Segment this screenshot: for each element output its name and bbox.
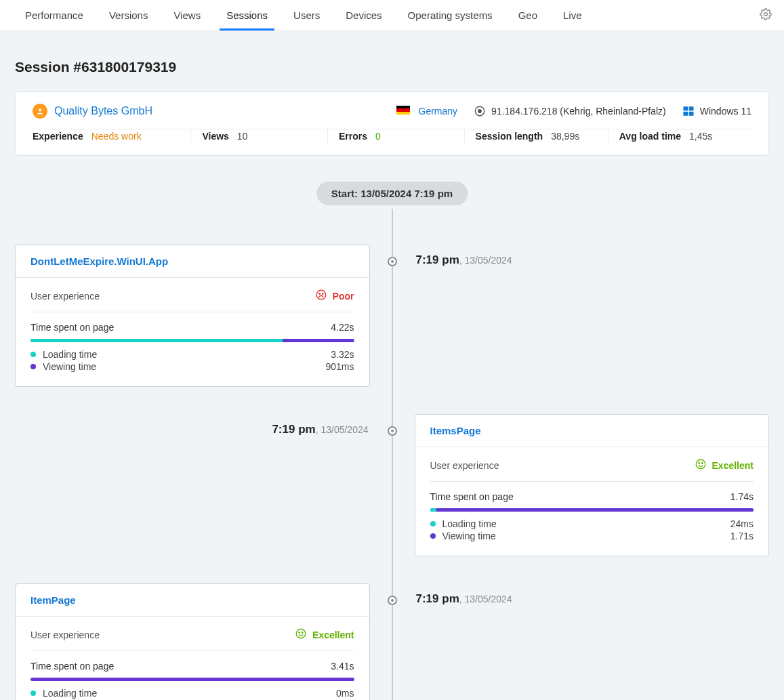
tab-sessions[interactable]: Sessions xyxy=(213,1,281,30)
time-bar xyxy=(30,339,354,342)
loading-dot-icon xyxy=(30,352,36,357)
metric-errors: Errors 0 xyxy=(327,129,464,143)
svg-point-15 xyxy=(299,632,300,634)
os-text: Windows 11 xyxy=(700,106,751,117)
page-title-link[interactable]: ItemsPage xyxy=(430,425,481,436)
timestamp: 7:19 pm, 13/05/2024 xyxy=(416,253,512,267)
tab-geo[interactable]: Geo xyxy=(506,1,550,30)
excellent-face-icon xyxy=(695,458,707,472)
ip-location: 91.184.176.218 (Kehrig, Rheinland-Pfalz) xyxy=(474,105,666,117)
viewing-time-value: 901ms xyxy=(325,361,354,372)
svg-point-0 xyxy=(764,13,768,16)
windows-icon xyxy=(682,105,695,117)
time-bar xyxy=(430,508,754,512)
svg-rect-7 xyxy=(688,112,693,116)
gear-icon[interactable] xyxy=(760,8,772,22)
viewing-time-label: Viewing time xyxy=(43,361,96,372)
page-card[interactable]: DontLetMeExpire.WinUI.App User experienc… xyxy=(15,245,370,387)
loading-time-label: Loading time xyxy=(442,518,497,529)
org-icon xyxy=(33,104,47,119)
user-experience-label: User experience xyxy=(30,630,100,640)
loading-time-label: Loading time xyxy=(43,688,97,699)
ip-text: 91.184.176.218 (Kehrig, Rheinland-Pfalz) xyxy=(491,106,666,117)
svg-point-1 xyxy=(39,109,41,112)
page-title-link[interactable]: ItemPage xyxy=(30,594,76,606)
page-title-link[interactable]: DontLetMeExpire.WinUI.App xyxy=(30,255,168,267)
user-experience-value: Poor xyxy=(315,289,354,303)
viewing-dot-icon xyxy=(430,533,436,539)
time-on-page-value: 3.41s xyxy=(331,661,354,672)
loading-dot-icon xyxy=(30,691,36,696)
svg-rect-5 xyxy=(688,106,693,110)
loading-time-label: Loading time xyxy=(43,349,97,360)
svg-point-12 xyxy=(699,463,700,464)
svg-rect-6 xyxy=(683,112,688,116)
tab-versions[interactable]: Versions xyxy=(96,1,161,30)
page-card[interactable]: ItemPage User experience Excellent Time … xyxy=(15,583,370,700)
tab-live[interactable]: Live xyxy=(550,1,595,30)
time-on-page-value: 1.74s xyxy=(730,491,754,502)
svg-point-3 xyxy=(478,110,482,113)
svg-point-13 xyxy=(701,463,703,464)
timeline-dot-icon xyxy=(388,257,397,266)
page-card[interactable]: ItemsPage User experience Excellent Time… xyxy=(415,414,770,556)
user-experience-value: Excellent xyxy=(695,458,754,472)
tab-performance[interactable]: Performance xyxy=(12,1,96,30)
time-on-page-label: Time spent on page xyxy=(30,322,114,333)
timeline-entry: 7:19 pm, 13/05/2024 ItemsPage User exper… xyxy=(15,414,769,556)
timestamp: 7:19 pm, 13/05/2024 xyxy=(416,592,512,606)
loading-time-value: 0ms xyxy=(336,688,354,699)
viewing-dot-icon xyxy=(30,364,36,369)
metric-session-length: Session length 38,99s xyxy=(464,129,608,143)
poor-face-icon xyxy=(315,289,327,303)
tab-operating-systems[interactable]: Operating systems xyxy=(395,1,506,30)
user-experience-label: User experience xyxy=(430,460,499,471)
nav-tabs: PerformanceVersionsViewsSessionsUsersDev… xyxy=(12,1,595,30)
timeline-dot-icon xyxy=(388,596,397,605)
viewing-time-label: Viewing time xyxy=(442,531,496,541)
viewing-time-value: 1.71s xyxy=(730,531,754,541)
svg-point-16 xyxy=(302,632,304,634)
timeline-start-pill: Start: 13/05/2024 7:19 pm xyxy=(316,182,468,205)
country-link[interactable]: Germany xyxy=(419,106,458,117)
svg-point-8 xyxy=(316,290,326,300)
time-on-page-label: Time spent on page xyxy=(430,491,514,502)
loading-dot-icon xyxy=(430,521,436,527)
location-pin-icon xyxy=(474,105,486,117)
metric-views: Views 10 xyxy=(190,129,327,143)
tab-users[interactable]: Users xyxy=(281,1,333,30)
os-info: Windows 11 xyxy=(682,105,751,117)
loading-time-value: 24ms xyxy=(730,518,754,529)
metric-avg-load: Avg load time 1,45s xyxy=(608,129,751,143)
svg-point-10 xyxy=(322,293,323,295)
metric-experience: Experience Needs work xyxy=(33,129,190,143)
user-experience-label: User experience xyxy=(30,291,100,302)
timeline-dot-icon xyxy=(388,426,397,436)
session-summary-card: Quality Bytes GmbH Germany 91.184.176.21… xyxy=(15,91,769,156)
country[interactable]: Germany xyxy=(396,106,457,117)
timeline-entry: 7:19 pm, 13/05/2024 DontLetMeExpire.WinU… xyxy=(15,245,769,387)
germany-flag-icon xyxy=(396,106,410,115)
excellent-face-icon xyxy=(295,627,307,642)
tab-views[interactable]: Views xyxy=(161,1,213,30)
user-experience-value: Excellent xyxy=(295,627,354,642)
top-nav: PerformanceVersionsViewsSessionsUsersDev… xyxy=(0,0,784,31)
page-title: Session #631800179319 xyxy=(15,59,769,75)
org-link[interactable]: Quality Bytes GmbH xyxy=(54,105,152,117)
svg-point-11 xyxy=(696,459,705,469)
summary-metrics: Experience Needs work Views 10 Errors 0 … xyxy=(33,129,751,143)
time-on-page-value: 4.22s xyxy=(331,322,354,333)
timestamp: 7:19 pm, 13/05/2024 xyxy=(272,423,368,436)
loading-time-value: 3.32s xyxy=(331,349,354,360)
svg-point-14 xyxy=(296,629,306,638)
time-on-page-label: Time spent on page xyxy=(30,661,114,672)
timeline-entry: 7:19 pm, 13/05/2024 ItemPage User experi… xyxy=(15,583,769,700)
tab-devices[interactable]: Devices xyxy=(333,1,394,30)
timeline: Start: 13/05/2024 7:19 pm 7:19 pm, 13/05… xyxy=(15,182,769,700)
svg-rect-4 xyxy=(683,106,688,110)
time-bar xyxy=(30,678,354,681)
svg-point-9 xyxy=(319,293,321,295)
